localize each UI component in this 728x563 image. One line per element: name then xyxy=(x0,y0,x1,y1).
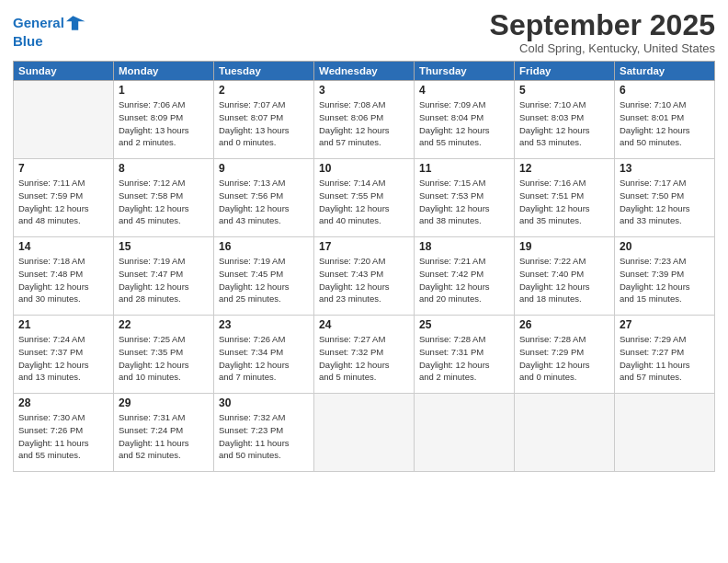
calendar-cell: 29Sunrise: 7:31 AMSunset: 7:24 PMDayligh… xyxy=(114,394,214,472)
calendar-cell: 15Sunrise: 7:19 AMSunset: 7:47 PMDayligh… xyxy=(114,237,214,316)
day-number: 2 xyxy=(219,84,309,97)
calendar-cell: 24Sunrise: 7:27 AMSunset: 7:32 PMDayligh… xyxy=(314,316,415,394)
sun-info: Sunrise: 7:28 AMSunset: 7:29 PMDaylight:… xyxy=(519,333,609,384)
sun-info: Sunrise: 7:11 AMSunset: 7:59 PMDaylight:… xyxy=(18,177,108,227)
sun-info: Sunrise: 7:25 AMSunset: 7:35 PMDaylight:… xyxy=(119,333,209,384)
day-number: 21 xyxy=(18,318,108,331)
calendar-cell xyxy=(415,394,515,472)
header-monday: Monday xyxy=(114,62,214,81)
day-number: 1 xyxy=(119,84,209,97)
calendar-cell: 26Sunrise: 7:28 AMSunset: 7:29 PMDayligh… xyxy=(515,316,615,394)
sun-info: Sunrise: 7:10 AMSunset: 8:03 PMDaylight:… xyxy=(519,98,609,149)
header: General Blue September 2025 Cold Spring,… xyxy=(13,9,715,55)
calendar-cell: 21Sunrise: 7:24 AMSunset: 7:37 PMDayligh… xyxy=(14,316,114,394)
sun-info: Sunrise: 7:19 AMSunset: 7:47 PMDaylight:… xyxy=(119,255,209,305)
calendar-cell: 6Sunrise: 7:10 AMSunset: 8:01 PMDaylight… xyxy=(615,81,715,159)
sun-info: Sunrise: 7:21 AMSunset: 7:42 PMDaylight:… xyxy=(419,255,509,305)
calendar-cell: 13Sunrise: 7:17 AMSunset: 7:50 PMDayligh… xyxy=(615,159,715,237)
week-row-0: 1Sunrise: 7:06 AMSunset: 8:09 PMDaylight… xyxy=(14,81,715,159)
day-number: 17 xyxy=(319,240,409,253)
calendar-cell: 20Sunrise: 7:23 AMSunset: 7:39 PMDayligh… xyxy=(615,237,715,316)
week-row-2: 14Sunrise: 7:18 AMSunset: 7:48 PMDayligh… xyxy=(14,237,715,316)
calendar-cell: 30Sunrise: 7:32 AMSunset: 7:23 PMDayligh… xyxy=(214,394,314,472)
day-number: 27 xyxy=(620,318,710,331)
day-number: 11 xyxy=(419,162,509,175)
day-number: 10 xyxy=(319,162,409,175)
sun-info: Sunrise: 7:28 AMSunset: 7:31 PMDaylight:… xyxy=(419,333,509,384)
week-row-1: 7Sunrise: 7:11 AMSunset: 7:59 PMDaylight… xyxy=(14,159,715,237)
svg-marker-0 xyxy=(66,16,85,29)
calendar-cell: 3Sunrise: 7:08 AMSunset: 8:06 PMDaylight… xyxy=(314,81,415,159)
day-number: 6 xyxy=(620,84,710,97)
calendar-cell: 10Sunrise: 7:14 AMSunset: 7:55 PMDayligh… xyxy=(314,159,415,237)
day-number: 3 xyxy=(319,84,409,97)
day-number: 4 xyxy=(419,84,509,97)
header-wednesday: Wednesday xyxy=(314,62,415,81)
day-number: 5 xyxy=(519,84,609,97)
day-number: 13 xyxy=(620,162,710,175)
calendar-cell: 12Sunrise: 7:16 AMSunset: 7:51 PMDayligh… xyxy=(515,159,615,237)
calendar-cell: 19Sunrise: 7:22 AMSunset: 7:40 PMDayligh… xyxy=(515,237,615,316)
sun-info: Sunrise: 7:18 AMSunset: 7:48 PMDaylight:… xyxy=(18,255,108,305)
title-block: September 2025 Cold Spring, Kentucky, Un… xyxy=(490,9,715,55)
calendar-cell: 11Sunrise: 7:15 AMSunset: 7:53 PMDayligh… xyxy=(415,159,515,237)
calendar-cell: 9Sunrise: 7:13 AMSunset: 7:56 PMDaylight… xyxy=(214,159,314,237)
day-number: 25 xyxy=(419,318,509,331)
calendar-cell xyxy=(515,394,615,472)
calendar-cell: 25Sunrise: 7:28 AMSunset: 7:31 PMDayligh… xyxy=(415,316,515,394)
header-friday: Friday xyxy=(515,62,615,81)
day-number: 22 xyxy=(119,318,209,331)
header-row: Sunday Monday Tuesday Wednesday Thursday… xyxy=(14,62,715,81)
calendar-cell: 5Sunrise: 7:10 AMSunset: 8:03 PMDaylight… xyxy=(515,81,615,159)
location: Cold Spring, Kentucky, United States xyxy=(490,41,715,55)
day-number: 12 xyxy=(519,162,609,175)
sun-info: Sunrise: 7:10 AMSunset: 8:01 PMDaylight:… xyxy=(620,98,710,149)
sun-info: Sunrise: 7:32 AMSunset: 7:23 PMDaylight:… xyxy=(219,411,309,462)
sun-info: Sunrise: 7:22 AMSunset: 7:40 PMDaylight:… xyxy=(519,255,609,305)
sun-info: Sunrise: 7:26 AMSunset: 7:34 PMDaylight:… xyxy=(219,333,309,384)
calendar-cell: 8Sunrise: 7:12 AMSunset: 7:58 PMDaylight… xyxy=(114,159,214,237)
day-number: 29 xyxy=(119,396,209,409)
calendar-cell: 14Sunrise: 7:18 AMSunset: 7:48 PMDayligh… xyxy=(14,237,114,316)
header-sunday: Sunday xyxy=(14,62,114,81)
calendar-cell xyxy=(615,394,715,472)
sun-info: Sunrise: 7:29 AMSunset: 7:27 PMDaylight:… xyxy=(620,333,710,384)
logo: General Blue xyxy=(13,13,86,50)
day-number: 19 xyxy=(519,240,609,253)
sun-info: Sunrise: 7:14 AMSunset: 7:55 PMDaylight:… xyxy=(319,177,409,227)
calendar-cell: 22Sunrise: 7:25 AMSunset: 7:35 PMDayligh… xyxy=(114,316,214,394)
sun-info: Sunrise: 7:16 AMSunset: 7:51 PMDaylight:… xyxy=(519,177,609,227)
logo-icon xyxy=(66,13,86,33)
sun-info: Sunrise: 7:20 AMSunset: 7:43 PMDaylight:… xyxy=(319,255,409,305)
sun-info: Sunrise: 7:17 AMSunset: 7:50 PMDaylight:… xyxy=(620,177,710,227)
sun-info: Sunrise: 7:07 AMSunset: 8:07 PMDaylight:… xyxy=(219,98,309,149)
sun-info: Sunrise: 7:30 AMSunset: 7:26 PMDaylight:… xyxy=(18,411,108,462)
logo-line1: General xyxy=(13,15,64,30)
header-tuesday: Tuesday xyxy=(214,62,314,81)
calendar-cell: 27Sunrise: 7:29 AMSunset: 7:27 PMDayligh… xyxy=(615,316,715,394)
day-number: 14 xyxy=(18,240,108,253)
calendar-cell: 23Sunrise: 7:26 AMSunset: 7:34 PMDayligh… xyxy=(214,316,314,394)
calendar-cell: 28Sunrise: 7:30 AMSunset: 7:26 PMDayligh… xyxy=(14,394,114,472)
day-number: 23 xyxy=(219,318,309,331)
day-number: 16 xyxy=(219,240,309,253)
sun-info: Sunrise: 7:23 AMSunset: 7:39 PMDaylight:… xyxy=(620,255,710,305)
day-number: 28 xyxy=(18,396,108,409)
sun-info: Sunrise: 7:24 AMSunset: 7:37 PMDaylight:… xyxy=(18,333,108,384)
calendar-cell: 16Sunrise: 7:19 AMSunset: 7:45 PMDayligh… xyxy=(214,237,314,316)
sun-info: Sunrise: 7:06 AMSunset: 8:09 PMDaylight:… xyxy=(119,98,209,149)
day-number: 7 xyxy=(18,162,108,175)
sun-info: Sunrise: 7:12 AMSunset: 7:58 PMDaylight:… xyxy=(119,177,209,227)
header-thursday: Thursday xyxy=(415,62,515,81)
day-number: 26 xyxy=(519,318,609,331)
logo-line2: Blue xyxy=(13,33,43,49)
calendar-cell: 7Sunrise: 7:11 AMSunset: 7:59 PMDaylight… xyxy=(14,159,114,237)
sun-info: Sunrise: 7:08 AMSunset: 8:06 PMDaylight:… xyxy=(319,98,409,149)
sun-info: Sunrise: 7:13 AMSunset: 7:56 PMDaylight:… xyxy=(219,177,309,227)
sun-info: Sunrise: 7:15 AMSunset: 7:53 PMDaylight:… xyxy=(419,177,509,227)
logo-text: General xyxy=(13,16,64,31)
calendar-cell: 4Sunrise: 7:09 AMSunset: 8:04 PMDaylight… xyxy=(415,81,515,159)
day-number: 18 xyxy=(419,240,509,253)
day-number: 9 xyxy=(219,162,309,175)
day-number: 24 xyxy=(319,318,409,331)
